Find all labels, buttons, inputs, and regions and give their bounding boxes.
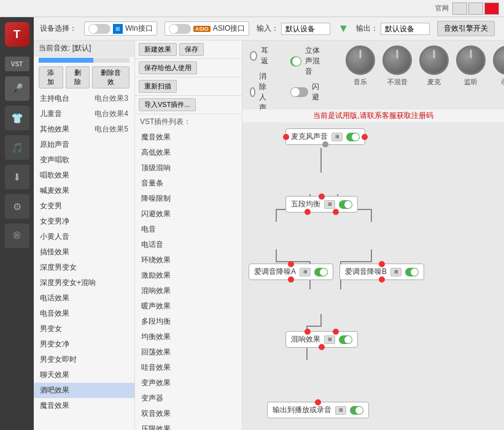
- effect-list-item[interactable]: 电话效果: [34, 291, 134, 306]
- effect-list-item[interactable]: 女变男: [34, 198, 134, 214]
- radio-item-denoise[interactable]: 消除人声: [250, 71, 271, 113]
- effect-list-item[interactable]: 深度男变女+混响: [34, 275, 134, 291]
- progress-bar: [39, 58, 93, 63]
- effect-list-item[interactable]: 男变女净: [34, 337, 134, 352]
- import-vst-button[interactable]: 导入VST插件...: [139, 98, 196, 111]
- effect-list-item[interactable]: 小黄人音: [34, 229, 134, 244]
- effect-list-item[interactable]: 喊麦效果: [34, 183, 134, 198]
- node-equalizer[interactable]: 五段均衡 ⊞: [285, 196, 358, 213]
- sidebar-item-register[interactable]: ®: [5, 224, 29, 248]
- effect-list-item[interactable]: 电音效果: [34, 306, 134, 321]
- add-effect-button[interactable]: 添加: [39, 66, 63, 88]
- maximize-button[interactable]: [468, 2, 483, 15]
- sidebar-item-shirt[interactable]: 👕: [5, 106, 29, 130]
- node-mic-toggle[interactable]: [346, 133, 360, 141]
- vst-list-item[interactable]: 电音: [135, 222, 242, 237]
- app-container: T VST 🎤 👕 🎵 ⬇ ⚙ ® 设备选择： ⊞ Win接口: [0, 17, 504, 430]
- middle-actions2: 保存给他人使用: [135, 59, 242, 77]
- vst-list-item[interactable]: 降噪限制: [135, 191, 242, 206]
- effect-list-item[interactable]: 其他效果电台效果5: [34, 122, 134, 137]
- node-denoise-a[interactable]: 爱调音降噪A ⊞: [249, 264, 333, 280]
- node-denoise-b[interactable]: 爱调音降噪B ⊞: [339, 264, 424, 280]
- monitor-knob[interactable]: [456, 45, 486, 75]
- node-reverb[interactable]: 混响效果 ⊞: [285, 331, 358, 348]
- node-mic-voice[interactable]: 麦克风声音 ⊞: [285, 128, 365, 145]
- vst-list-item[interactable]: 均衡效果: [135, 329, 242, 345]
- node-eq-toggle[interactable]: [339, 200, 352, 209]
- vst-list-item[interactable]: 压限效果: [135, 421, 242, 430]
- output-device-select[interactable]: 默认设备: [381, 23, 430, 35]
- titlebar-link[interactable]: 官网: [435, 4, 449, 13]
- rescan-button[interactable]: 重新扫描: [139, 80, 177, 93]
- node-rev-toggle[interactable]: [339, 335, 352, 344]
- node-out-icon: ⊞: [335, 406, 346, 415]
- effect-list-item[interactable]: 聊天效果: [34, 367, 134, 383]
- vst-list-item[interactable]: 魔音效果: [135, 130, 242, 145]
- node-db-toggle[interactable]: [405, 268, 419, 276]
- effect-list-item[interactable]: 魔音效果: [34, 398, 134, 413]
- node-out-toggle[interactable]: [350, 406, 363, 415]
- vst-list-item[interactable]: 变声器: [135, 391, 242, 406]
- effect-list-item[interactable]: 主持电台电台效果3: [34, 91, 134, 106]
- radio-item-ear[interactable]: 耳返: [250, 45, 271, 66]
- vst-list-item[interactable]: 回荡效果: [135, 345, 242, 360]
- stereo-toggle[interactable]: [290, 57, 301, 66]
- ear-radio[interactable]: [250, 51, 257, 61]
- sidebar-item-mic[interactable]: 🎤: [5, 76, 29, 101]
- vst-list-item[interactable]: 混响效果: [135, 283, 242, 299]
- dodge-toggle[interactable]: [290, 87, 308, 97]
- build-effect-button[interactable]: 新建效果: [139, 43, 177, 56]
- delete-effect-button[interactable]: 删除音效: [92, 66, 130, 88]
- minimize-button[interactable]: [452, 2, 467, 15]
- vst-list-item[interactable]: 双音效果: [135, 406, 242, 421]
- node-output[interactable]: 输出到播放或录音 ⊞: [267, 402, 369, 418]
- vst-list-item[interactable]: 变声效果: [135, 375, 242, 391]
- effect-list-item[interactable]: 变声唱歌: [34, 152, 134, 168]
- record-knob[interactable]: [493, 45, 504, 75]
- vst-list-item[interactable]: 高低效果: [135, 145, 242, 160]
- vst-list-item[interactable]: 激励效果: [135, 268, 242, 283]
- effect-list-item[interactable]: 搞怪效果: [34, 244, 134, 260]
- toggle-dodge: 闪避: [290, 82, 324, 103]
- effect-switch-button[interactable]: 音效引擎开关: [437, 21, 495, 36]
- vst-list-item[interactable]: 音量条: [135, 176, 242, 191]
- effect-list-item[interactable]: 男变女即时: [34, 352, 134, 367]
- input-device-select[interactable]: 默认设备: [281, 23, 330, 35]
- effect-list-item[interactable]: 唱歌效果: [34, 168, 134, 183]
- output-section: 输出： 默认设备: [356, 23, 430, 35]
- shirt-icon: 👕: [11, 112, 23, 124]
- vst-list-item[interactable]: 哇音效果: [135, 360, 242, 375]
- effect-list-item[interactable]: 儿童音电台效果4: [34, 106, 134, 122]
- denoise-radio[interactable]: [250, 87, 255, 97]
- delete-button[interactable]: 删除: [66, 66, 90, 88]
- sidebar-item-vst[interactable]: VST: [5, 57, 29, 71]
- monitor-knob-label: 监听: [464, 77, 478, 87]
- node2-dot-top: [319, 194, 325, 200]
- effect-list-item[interactable]: 深度男变女: [34, 260, 134, 275]
- nomix-knob[interactable]: [382, 45, 412, 75]
- effect-list-item[interactable]: 原始声音: [34, 137, 134, 152]
- node-da-toggle[interactable]: [314, 268, 328, 276]
- asio-toggle[interactable]: [169, 24, 191, 34]
- save-for-others-button[interactable]: 保存给他人使用: [139, 61, 197, 74]
- sidebar-item-download[interactable]: ⬇: [5, 165, 29, 189]
- save-button[interactable]: 保存: [179, 43, 204, 56]
- mic-knob[interactable]: [419, 45, 449, 75]
- close-button[interactable]: [484, 2, 499, 15]
- vst-list-item[interactable]: 多段均衡: [135, 314, 242, 329]
- register-icon: ®: [14, 230, 21, 241]
- music-knob[interactable]: [346, 45, 375, 75]
- node-eq-label: 五段均衡: [291, 199, 320, 209]
- knob-mic: 麦克: [419, 45, 449, 87]
- sidebar-item-settings[interactable]: ⚙: [5, 194, 29, 219]
- effect-list-item[interactable]: 女变男净: [34, 214, 134, 229]
- effect-list-item[interactable]: 男变女: [34, 321, 134, 337]
- sidebar-item-music[interactable]: 🎵: [5, 135, 29, 160]
- vst-list-item[interactable]: 闪避效果: [135, 206, 242, 222]
- vst-list-item[interactable]: 电话音: [135, 237, 242, 252]
- vst-list-item[interactable]: 暖声效果: [135, 299, 242, 314]
- vst-list-item[interactable]: 环绕效果: [135, 252, 242, 268]
- vst-list-item[interactable]: 顶级混响: [135, 160, 242, 176]
- win-toggle[interactable]: [88, 24, 110, 34]
- effect-list-item[interactable]: 酒吧效果: [34, 383, 134, 398]
